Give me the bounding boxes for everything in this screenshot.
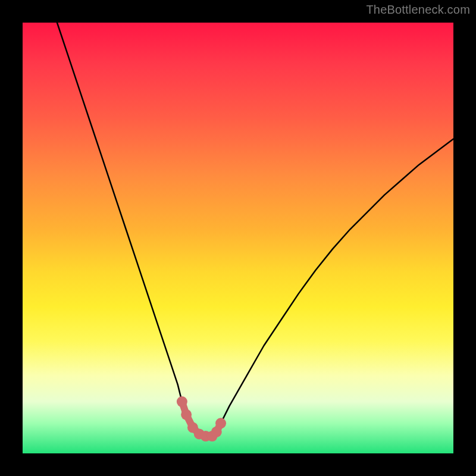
valley-dot bbox=[215, 418, 226, 428]
chart-svg-layer bbox=[23, 23, 453, 453]
chart-plot-area bbox=[23, 23, 453, 453]
valley-dot bbox=[181, 409, 192, 420]
valley-dot bbox=[177, 396, 187, 407]
valley-highlight-dots bbox=[177, 396, 226, 441]
chart-frame: TheBottleneck.com bbox=[0, 0, 476, 476]
bottleneck-curve bbox=[57, 23, 453, 436]
watermark-text: TheBottleneck.com bbox=[366, 3, 470, 17]
